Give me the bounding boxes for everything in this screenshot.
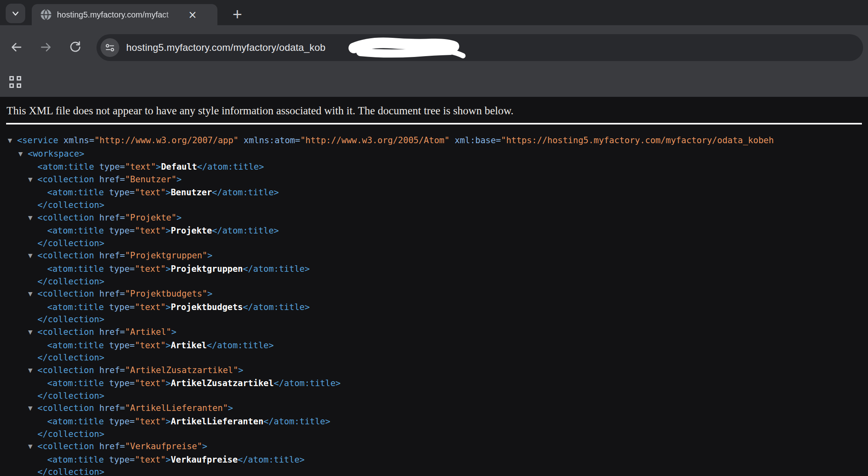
xml-token-tag: </collection> — [37, 429, 104, 439]
xml-token-val: "text" — [135, 264, 166, 274]
collapse-toggle-icon[interactable]: ▼ — [28, 249, 37, 262]
xml-token-val: "text" — [135, 302, 166, 312]
xml-token-text: Benutzer — [171, 188, 212, 197]
xml-token-tag: <atom:title — [47, 264, 104, 274]
new-tab-button[interactable]: + — [226, 3, 248, 25]
address-bar[interactable]: hosting5.myfactory.com/myfactory/odata_k… — [96, 34, 863, 61]
forward-button[interactable] — [39, 40, 53, 54]
collapse-toggle-icon[interactable]: ▼ — [28, 212, 37, 224]
redaction-scribble — [348, 37, 470, 60]
xml-token-tag: </collection> — [37, 467, 104, 476]
reload-icon — [68, 40, 82, 54]
xml-token-tag: <atom:title — [47, 417, 104, 426]
bookmarks-bar — [0, 68, 868, 97]
xml-token-val: "Projektgruppen" — [125, 251, 207, 260]
xml-token-tag: > — [176, 213, 182, 223]
xml-token-val: "text" — [135, 417, 166, 426]
xml-token-tag: > — [166, 188, 171, 197]
chevron-down-icon — [10, 8, 21, 19]
back-button[interactable] — [9, 40, 23, 54]
xml-token-text: Artikel — [171, 341, 207, 350]
xml-token-tag: </atom:title> — [212, 226, 279, 236]
collapse-toggle-icon[interactable]: ▼ — [28, 326, 37, 338]
xml-token-val: "text" — [125, 162, 156, 172]
page-content: This XML file does not appear to have an… — [0, 97, 868, 476]
xml-token-tag: <atom:title — [47, 188, 104, 197]
tab-strip: hosting5.myfactory.com/myfact × + — [0, 0, 868, 25]
collapse-toggle-icon[interactable]: ▼ — [28, 440, 37, 453]
xml-token-attr: href= — [94, 441, 125, 451]
xml-token-val: "text" — [135, 341, 166, 350]
xml-token-tag: > — [228, 403, 233, 413]
browser-tab[interactable]: hosting5.myfactory.com/myfact × — [32, 4, 217, 25]
xml-token-val: "text" — [135, 188, 166, 197]
xml-token-tag: </atom:title> — [243, 264, 309, 274]
xml-line: </collection> — [0, 428, 868, 441]
back-arrow-icon — [9, 40, 23, 54]
xml-token-attr: href= — [94, 175, 125, 184]
collapse-toggle-icon[interactable]: ▼ — [18, 148, 28, 160]
xml-token-attr: type= — [104, 188, 135, 197]
xml-token-tag: <atom:title — [47, 455, 104, 465]
xml-token-attr: type= — [104, 378, 135, 388]
xml-token-tag: </collection> — [37, 277, 104, 286]
browser-toolbar: hosting5.myfactory.com/myfactory/odata_k… — [0, 25, 868, 68]
xml-token-val: "text" — [135, 455, 166, 465]
xml-token-val: "Verkaufpreise" — [125, 441, 202, 451]
collapse-toggle-icon[interactable]: ▼ — [28, 364, 37, 377]
xml-token-tag: </atom:title> — [274, 378, 340, 388]
xml-token-tag: > — [207, 251, 213, 260]
xml-token-tag: > — [166, 378, 171, 388]
xml-token-val: "Projekte" — [125, 213, 176, 223]
apps-grid-icon[interactable] — [9, 76, 22, 88]
collapse-toggle-icon[interactable]: ▼ — [8, 134, 17, 147]
xml-token-val: "Artikel" — [125, 327, 171, 337]
xml-line: ▼<collection href="Benutzer"> — [0, 173, 868, 187]
xml-token-tag: <collection — [37, 327, 94, 337]
xml-token-tag: > — [176, 175, 182, 184]
xml-line: ▼<collection href="Verkaufpreise"> — [0, 440, 868, 454]
xml-line: <atom:title type="text">Verkaufpreise</a… — [0, 454, 868, 466]
browser-window: hosting5.myfactory.com/myfact × + — [0, 0, 868, 97]
xml-token-tag: </atom:title> — [238, 455, 305, 465]
xml-token-tag: <atom:title — [47, 341, 104, 350]
xml-line: <atom:title type="text">Projektbudgets</… — [0, 301, 868, 314]
xml-token-val: "ArtikelZusatzartikel" — [125, 365, 238, 375]
xml-line: <atom:title type="text">Artikel</atom:ti… — [0, 339, 868, 352]
xml-token-tag: </atom:title> — [207, 341, 274, 350]
xml-token-tag: <atom:title — [47, 302, 104, 312]
xml-token-attr: type= — [104, 455, 135, 465]
xml-token-tag: > — [166, 302, 171, 312]
collapse-toggle-icon[interactable]: ▼ — [28, 173, 37, 186]
xml-line: </collection> — [0, 199, 868, 212]
xml-line: </collection> — [0, 275, 868, 288]
xml-line: ▼<collection href="Projekte"> — [0, 212, 868, 225]
close-tab-icon[interactable]: × — [186, 8, 199, 22]
collapse-toggle-icon[interactable]: ▼ — [28, 402, 37, 415]
xml-token-tag: > — [166, 341, 171, 350]
reload-button[interactable] — [68, 40, 82, 54]
xml-token-attr: xmlns:atom= — [239, 135, 300, 145]
xml-token-tag: > — [202, 441, 208, 451]
tab-search-button[interactable] — [6, 4, 25, 23]
xml-token-val: "text" — [135, 226, 166, 236]
xml-token-tag: <collection — [37, 289, 94, 299]
collapse-toggle-icon[interactable]: ▼ — [28, 288, 37, 300]
xml-token-text: ArtikelLieferanten — [171, 417, 263, 426]
xml-token-val: "text" — [135, 378, 166, 388]
xml-line: <atom:title type="text">Default</atom:ti… — [0, 161, 868, 173]
globe-icon — [40, 9, 52, 21]
xml-token-tag: <collection — [37, 213, 94, 223]
xml-token-tag: > — [166, 417, 171, 426]
xml-token-attr: type= — [104, 226, 135, 236]
xml-token-tag: > — [166, 455, 171, 465]
xml-token-text: Projekte — [171, 226, 212, 236]
xml-token-tag: <atom:title — [47, 226, 104, 236]
xml-token-tag: > — [156, 162, 161, 172]
xml-token-val: "Projektbudgets" — [125, 289, 207, 299]
xml-token-tag: <collection — [37, 441, 94, 451]
xml-line: ▼<service xmlns="http://www.w3.org/2007/… — [0, 134, 868, 148]
xml-token-val: "https://hosting5.myfactory.com/myfactor… — [501, 135, 774, 145]
site-settings-button[interactable] — [101, 38, 119, 57]
xml-token-val: "http://www.w3.org/2007/app" — [94, 135, 239, 145]
